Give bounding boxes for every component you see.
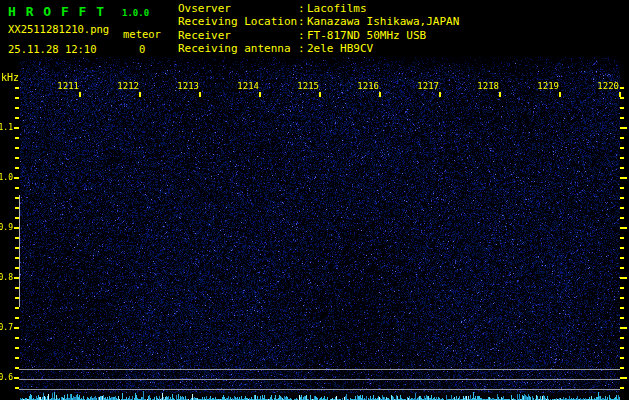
freq-minor-tick-left	[15, 337, 19, 339]
freq-minor-tick-right	[620, 267, 624, 269]
datetime-label: 25.11.28 12:10	[8, 43, 97, 55]
freq-major-tick-right	[620, 327, 627, 329]
freq-label: 0.9	[0, 223, 13, 232]
freq-minor-tick-right	[620, 257, 624, 259]
freq-minor-tick-left	[15, 357, 19, 359]
freq-minor-tick-right	[620, 167, 624, 169]
station-row-location: Receiving Location:Kanazawa Ishikawa,JAP…	[178, 15, 459, 28]
freq-label: 0.6	[0, 373, 13, 382]
freq-minor-tick-right	[620, 197, 624, 199]
mode-label: meteor	[123, 28, 161, 40]
freq-minor-tick-left	[15, 87, 19, 89]
freq-minor-tick-left	[15, 347, 19, 349]
freq-minor-tick-right	[620, 187, 624, 189]
freq-minor-tick-left	[15, 137, 19, 139]
freq-minor-tick-right	[620, 157, 624, 159]
freq-major-tick-left	[14, 177, 19, 179]
freq-minor-tick-right	[620, 117, 624, 119]
freq-minor-tick-left	[15, 167, 19, 169]
station-row-observer: Ovserver:Lacofilms	[178, 2, 459, 15]
separator: :	[298, 2, 307, 15]
freq-label: 0.7	[0, 323, 13, 332]
freq-minor-tick-left	[15, 187, 19, 189]
freq-minor-tick-right	[620, 307, 624, 309]
freq-minor-tick-right	[620, 367, 624, 369]
station-label: Ovserver	[178, 2, 298, 15]
freq-minor-tick-left	[15, 157, 19, 159]
station-label: Receiver	[178, 29, 298, 42]
station-row-receiver: Receiver:FT-817ND 50MHz USB	[178, 29, 459, 42]
freq-minor-tick-left	[15, 307, 19, 309]
freq-major-tick-right	[620, 227, 627, 229]
freq-minor-tick-right	[620, 87, 624, 89]
freq-minor-tick-left	[15, 147, 19, 149]
scale-marker-line	[19, 195, 20, 307]
freq-axis-unit: kHz	[1, 72, 19, 83]
separator: :	[298, 42, 307, 55]
freq-minor-tick-left	[15, 107, 19, 109]
reference-line-upper	[19, 369, 620, 370]
separator: :	[298, 15, 307, 28]
freq-minor-tick-right	[620, 247, 624, 249]
station-value: FT-817ND 50MHz USB	[307, 29, 426, 42]
station-label: Receiving antenna	[178, 42, 298, 55]
freq-minor-tick-left	[15, 317, 19, 319]
freq-minor-tick-right	[620, 147, 624, 149]
station-row-antenna: Receiving antenna:2ele HB9CV	[178, 42, 459, 55]
meteor-count: 0	[139, 43, 145, 55]
freq-major-tick-right	[620, 277, 627, 279]
reference-line-lower	[19, 389, 620, 390]
freq-major-tick-left	[14, 327, 19, 329]
freq-label: 0.8	[0, 273, 13, 282]
freq-label: 1.0	[0, 173, 13, 182]
freq-minor-tick-right	[620, 217, 624, 219]
freq-major-tick-right	[620, 177, 627, 179]
freq-minor-tick-right	[620, 107, 624, 109]
separator: :	[298, 29, 307, 42]
freq-major-tick-left	[14, 127, 19, 129]
freq-minor-tick-right	[620, 357, 624, 359]
freq-minor-tick-right	[620, 337, 624, 339]
freq-minor-tick-left	[15, 97, 19, 99]
freq-minor-tick-right	[620, 317, 624, 319]
station-value: 2ele HB9CV	[307, 42, 373, 55]
freq-major-tick-right	[620, 127, 627, 129]
reference-line-middle	[19, 379, 620, 380]
freq-minor-tick-right	[620, 137, 624, 139]
station-label: Receiving Location	[178, 15, 298, 28]
freq-minor-tick-right	[620, 237, 624, 239]
freq-minor-tick-right	[620, 347, 624, 349]
station-info: Ovserver:Lacofilms Receiving Location:Ka…	[178, 2, 459, 56]
app-title: H R O F F T	[8, 4, 105, 19]
freq-minor-tick-right	[620, 97, 624, 99]
app-version: 1.0.0	[122, 8, 149, 18]
freq-minor-tick-left	[15, 117, 19, 119]
freq-minor-tick-right	[620, 297, 624, 299]
spectrogram-canvas	[20, 57, 620, 400]
freq-minor-tick-right	[620, 207, 624, 209]
station-value: Lacofilms	[307, 2, 367, 15]
freq-minor-tick-right	[620, 387, 624, 389]
freq-label: 1.1	[0, 123, 13, 132]
hrofft-window: H R O F F T 1.0.0 XX2511281210.png meteo…	[0, 0, 629, 400]
freq-major-tick-right	[620, 377, 627, 379]
output-filename: XX2511281210.png	[8, 23, 109, 35]
station-value: Kanazawa Ishikawa,JAPAN	[307, 15, 459, 28]
freq-minor-tick-right	[620, 287, 624, 289]
